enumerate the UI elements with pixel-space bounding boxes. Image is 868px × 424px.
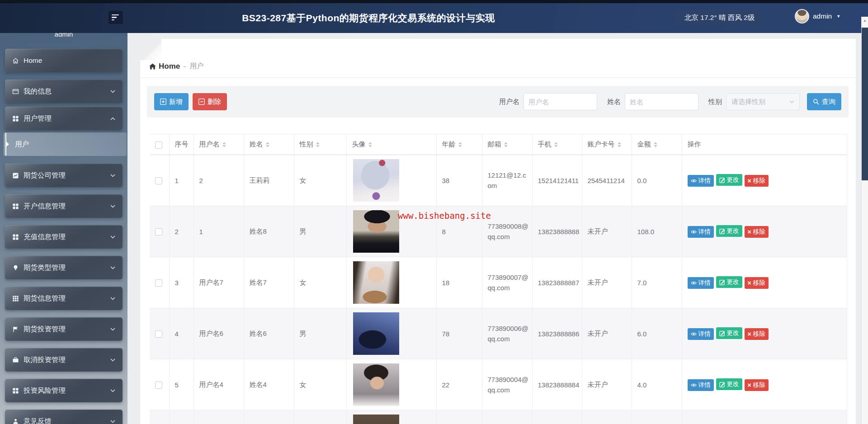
row-checkbox[interactable] bbox=[155, 330, 162, 338]
edit-button[interactable]: 更改 bbox=[716, 174, 742, 186]
detail-button[interactable]: 详情 bbox=[688, 226, 714, 238]
scrollbar-thumb[interactable] bbox=[862, 28, 868, 180]
sort-icon[interactable] bbox=[368, 142, 372, 147]
column-header-avatar[interactable]: 头像 bbox=[346, 134, 436, 155]
sidebar-item-my-info[interactable]: 我的信息 bbox=[5, 80, 123, 103]
add-button[interactable]: 新增 bbox=[154, 93, 189, 110]
cell-amount bbox=[632, 410, 682, 424]
menu-toggle-button[interactable] bbox=[108, 11, 123, 24]
sidebar-item-futures-info-mgmt[interactable]: 期货信息管理 bbox=[5, 287, 123, 310]
remove-button[interactable]: ×移除 bbox=[745, 226, 769, 238]
sort-icon[interactable] bbox=[554, 142, 558, 147]
sort-icon[interactable] bbox=[266, 142, 269, 147]
cell-actions bbox=[682, 410, 847, 424]
sidebar-item-label: 我的信息 bbox=[24, 87, 52, 96]
chevron-down-icon bbox=[789, 100, 794, 104]
chevron-down-icon bbox=[110, 389, 115, 392]
column-header-phone[interactable]: 手机 bbox=[532, 134, 582, 155]
sidebar-item-invest-risk-mgmt[interactable]: 投资风险管理 bbox=[5, 379, 123, 402]
cell-age: 18 bbox=[436, 257, 482, 308]
chevron-down-icon bbox=[110, 236, 115, 239]
remove-button[interactable]: ×移除 bbox=[745, 379, 769, 391]
action-label: 移除 bbox=[753, 228, 765, 236]
remove-button[interactable]: ×移除 bbox=[745, 328, 769, 340]
cell-age: 38 bbox=[436, 155, 482, 206]
detail-button[interactable]: 详情 bbox=[688, 277, 714, 289]
sidebar-item-cancel-invest-mgmt[interactable]: 取消投资管理 bbox=[5, 348, 123, 372]
sidebar-item-home[interactable]: Home bbox=[5, 49, 123, 72]
column-header-card[interactable]: 账户卡号 bbox=[582, 134, 632, 155]
sidebar-menu: Home我的信息用户管理用户期货公司管理开户信息管理充值信息管理期货类型管理期货… bbox=[0, 49, 127, 424]
column-header-age[interactable]: 年龄 bbox=[436, 134, 482, 155]
column-header-gender[interactable]: 性别 bbox=[294, 134, 346, 155]
table-row: 5用户名4姓名4女22773890004@qq.com13823888884未开… bbox=[150, 359, 847, 410]
sort-icon[interactable] bbox=[618, 142, 621, 147]
column-header-username[interactable]: 用户名 bbox=[193, 134, 244, 155]
user-menu[interactable]: admin ▼ bbox=[795, 9, 840, 24]
sidebar-item-feedback[interactable]: 意见反馈 bbox=[5, 410, 123, 424]
username-filter-input[interactable] bbox=[524, 93, 597, 110]
sidebar-item-futures-company-mgmt[interactable]: 期货公司管理 bbox=[5, 164, 123, 187]
vertical-scrollbar[interactable]: ▲ bbox=[861, 17, 868, 424]
row-checkbox[interactable] bbox=[155, 177, 162, 184]
cell-phone: 13823888886 bbox=[532, 308, 582, 359]
name-filter-input[interactable] bbox=[625, 93, 698, 110]
edit-button[interactable]: 更改 bbox=[716, 378, 742, 390]
gender-select[interactable]: 请选择性别 bbox=[726, 93, 800, 110]
cell-avatar bbox=[346, 410, 436, 424]
edit-button[interactable]: 更改 bbox=[716, 225, 742, 237]
edit-button[interactable]: 更改 bbox=[716, 327, 742, 339]
action-label: 详情 bbox=[698, 381, 711, 389]
row-checkbox[interactable] bbox=[155, 382, 162, 389]
cell-avatar bbox=[346, 155, 436, 206]
cell-actions: 详情更改×移除 bbox=[682, 308, 847, 359]
sidebar-item-futures-invest-mgmt[interactable]: 期货投资管理 bbox=[5, 317, 123, 341]
detail-button[interactable]: 详情 bbox=[688, 175, 714, 187]
edit-icon bbox=[719, 177, 725, 183]
detail-button[interactable]: 详情 bbox=[688, 379, 714, 391]
chevron-down-icon bbox=[110, 174, 115, 177]
edit-button[interactable]: 更改 bbox=[716, 276, 742, 288]
chevron-down-icon: ▼ bbox=[836, 14, 840, 19]
sort-icon[interactable] bbox=[458, 142, 462, 147]
cell-no: 1 bbox=[169, 155, 193, 206]
detail-button[interactable]: 详情 bbox=[688, 328, 714, 340]
select-all-checkbox[interactable] bbox=[155, 141, 162, 149]
remove-button[interactable]: ×移除 bbox=[745, 175, 769, 187]
sort-icon[interactable] bbox=[504, 142, 508, 147]
x-icon: × bbox=[748, 229, 751, 235]
cell-age bbox=[436, 410, 482, 424]
remove-button[interactable]: ×移除 bbox=[745, 277, 769, 289]
cell-email bbox=[482, 410, 532, 424]
action-label: 移除 bbox=[753, 279, 765, 287]
sidebar-item-futures-type-mgmt[interactable]: 期货类型管理 bbox=[5, 256, 123, 279]
row-checkbox[interactable] bbox=[155, 279, 162, 287]
column-header-email[interactable]: 邮箱 bbox=[482, 134, 532, 155]
sidebar-item-label: 投资风险管理 bbox=[24, 386, 66, 396]
cell-name bbox=[244, 410, 294, 424]
delete-button[interactable]: 删除 bbox=[193, 93, 227, 110]
sort-icon[interactable] bbox=[654, 142, 657, 147]
sidebar-item-account-open-mgmt[interactable]: 开户信息管理 bbox=[5, 194, 123, 218]
table-row: 21姓名8男8773890008@qq.com13823888888未开户108… bbox=[150, 206, 847, 257]
column-header-no: 序号 bbox=[169, 134, 193, 155]
edit-icon bbox=[719, 382, 725, 387]
sidebar-item-user-mgmt[interactable]: 用户管理 bbox=[5, 107, 123, 130]
cell-checkbox bbox=[150, 206, 169, 257]
cell-gender: 女 bbox=[294, 359, 346, 410]
scroll-up-arrow-icon[interactable]: ▲ bbox=[862, 17, 868, 25]
sort-icon[interactable] bbox=[222, 142, 226, 147]
sort-icon[interactable] bbox=[316, 142, 320, 147]
row-checkbox[interactable] bbox=[155, 228, 162, 236]
column-header-name[interactable]: 姓名 bbox=[244, 134, 294, 155]
sidebar-item-recharge-info-mgmt[interactable]: 充值信息管理 bbox=[5, 225, 123, 249]
cell-amount: 108.0 bbox=[632, 206, 682, 257]
breadcrumb-home[interactable]: Home bbox=[159, 62, 180, 71]
cell-avatar bbox=[346, 308, 436, 359]
sidebar-item-label: 用户管理 bbox=[24, 114, 52, 123]
weather-widget: 北京 17.2° 晴 西风 2级 bbox=[674, 9, 765, 26]
cell-username bbox=[193, 410, 244, 424]
sidebar-subitem-user[interactable]: 用户 bbox=[4, 132, 127, 156]
column-header-amount[interactable]: 金额 bbox=[632, 134, 682, 155]
search-button[interactable]: 查询 bbox=[807, 93, 841, 110]
